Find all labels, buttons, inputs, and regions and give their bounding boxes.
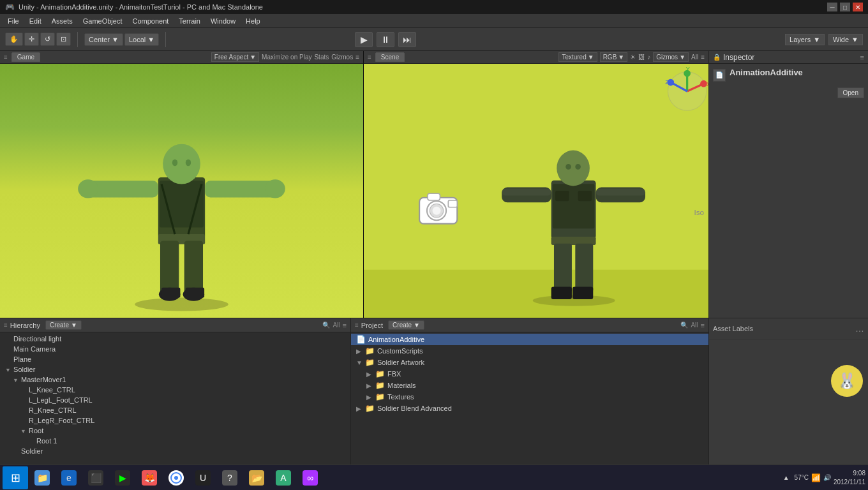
project-item-soldierblend[interactable]: ▶ 📁 Soldier Blend Advanced bbox=[351, 403, 708, 414]
rotate-tool-button[interactable]: ↺ bbox=[40, 33, 55, 46]
game-tab[interactable]: Game bbox=[11, 52, 40, 62]
layout-dropdown[interactable]: Wide ▼ bbox=[828, 34, 863, 45]
tree-item-root1[interactable]: Root 1 bbox=[0, 436, 350, 446]
hand-tool-button[interactable]: ✋ bbox=[5, 33, 23, 46]
minimize-button[interactable]: ─ bbox=[827, 3, 837, 11]
project-item-fbx[interactable]: ▶ 📁 FBX bbox=[351, 368, 708, 380]
folder-arrow-1: ▶ bbox=[356, 348, 363, 355]
tree-item-llegfoot[interactable]: L_LegL_Foot_CTRL bbox=[0, 395, 350, 405]
menu-edit[interactable]: Edit bbox=[24, 16, 47, 26]
move-tool-button[interactable]: ✛ bbox=[24, 33, 39, 46]
sys-arrow-icon[interactable]: ▲ bbox=[783, 474, 789, 481]
maximize-on-play-label[interactable]: Maximize on Play bbox=[262, 54, 311, 61]
hierarchy-menu-icon[interactable]: ≡ bbox=[343, 322, 347, 329]
project-item-soldierartwork[interactable]: ▼ 📁 Soldier Artwork bbox=[351, 357, 708, 368]
svg-point-56 bbox=[174, 476, 178, 480]
pause-button[interactable]: ⏸ bbox=[377, 32, 394, 47]
taskbar-app[interactable]: A bbox=[271, 466, 296, 489]
all-label[interactable]: All bbox=[691, 54, 698, 61]
tree-item-mastermover1[interactable]: ▼ MasterMover1 bbox=[0, 375, 350, 385]
project-create-button[interactable]: Create ▼ bbox=[388, 320, 424, 330]
project-item-customscripts[interactable]: ▶ 📁 CustomScripts bbox=[351, 345, 708, 357]
rgb-dropdown[interactable]: RGB ▼ bbox=[600, 52, 628, 62]
gizmos-dropdown[interactable]: Gizmos ▼ bbox=[653, 52, 689, 62]
taskbar-ie[interactable]: e bbox=[56, 466, 82, 489]
taskbar-firefox[interactable]: 🦊 bbox=[137, 466, 162, 489]
scene-view-svg: X Y Z Iso bbox=[364, 64, 708, 318]
scene-tab[interactable]: Scene bbox=[375, 52, 405, 62]
hierarchy-panel: ≡ Hierarchy Create ▼ 🔍 All ≡ Direct bbox=[0, 318, 351, 464]
tree-item-plane[interactable]: Plane bbox=[0, 354, 350, 364]
tree-item-soldier[interactable]: ▼ Soldier bbox=[0, 364, 350, 375]
local-label: Local bbox=[129, 36, 146, 43]
taskbar-explorer[interactable]: 📁 bbox=[29, 466, 55, 489]
menu-window[interactable]: Window bbox=[206, 16, 241, 26]
tree-item-lknee[interactable]: L_Knee_CTRL bbox=[0, 385, 350, 395]
image-icon[interactable]: 🖼 bbox=[638, 54, 645, 61]
menu-gameobject[interactable]: GameObject bbox=[78, 16, 128, 26]
audio-icon[interactable]: ♪ bbox=[647, 54, 650, 61]
project-item-animationadditive[interactable]: 📄 AnimationAdditive bbox=[351, 334, 708, 345]
project-item-textures[interactable]: ▶ 📁 Textures bbox=[351, 391, 708, 403]
tree-item-rlegfoot[interactable]: R_LegR_Foot_CTRL bbox=[0, 415, 350, 426]
inspector-tab-label: Inspector bbox=[723, 53, 754, 62]
center-dropdown-icon: ▼ bbox=[112, 36, 119, 43]
center-button[interactable]: Center ▼ bbox=[84, 33, 123, 46]
textured-dropdown[interactable]: Textured ▼ bbox=[558, 52, 597, 62]
taskbar-cmd[interactable]: ▶ bbox=[110, 466, 135, 489]
menu-terrain[interactable]: Terrain bbox=[174, 16, 206, 26]
clock-time: 9:08 bbox=[834, 469, 865, 478]
svg-rect-31 bbox=[596, 189, 645, 196]
menu-file[interactable]: File bbox=[3, 16, 24, 26]
layers-dropdown[interactable]: Layers ▼ bbox=[785, 34, 825, 45]
menu-component[interactable]: Component bbox=[127, 16, 174, 26]
taskbar-terminal[interactable]: ⬛ bbox=[83, 466, 108, 489]
start-button[interactable]: ⊞ bbox=[3, 466, 28, 489]
step-button[interactable]: ⏭ bbox=[398, 32, 416, 47]
taskbar-docs[interactable]: ? bbox=[217, 466, 243, 489]
volume-icon[interactable]: 🔊 bbox=[823, 474, 831, 481]
maximize-button[interactable]: □ bbox=[840, 3, 850, 11]
svg-point-16 bbox=[172, 160, 177, 166]
svg-rect-34 bbox=[575, 244, 593, 292]
inspector-content: 📄 AnimationAdditive Open bbox=[709, 64, 868, 318]
inspector-bottom-menu[interactable]: … bbox=[855, 323, 864, 334]
game-panel-menu-icon[interactable]: ≡ bbox=[355, 54, 359, 61]
project-item-materials[interactable]: ▶ 📁 Materials bbox=[351, 380, 708, 391]
local-button[interactable]: Local ▼ bbox=[124, 33, 159, 46]
script-icon-0: 📄 bbox=[356, 335, 366, 344]
taskbar-folder2[interactable]: 📂 bbox=[244, 466, 269, 489]
close-button[interactable]: ✕ bbox=[853, 3, 863, 11]
tree-item-rknee[interactable]: R_Knee_CTRL bbox=[0, 405, 350, 415]
playback-controls: ▶ ⏸ ⏭ bbox=[355, 32, 416, 47]
iso-label-text: Iso bbox=[694, 208, 704, 217]
scene-canvas[interactable]: X Y Z Iso bbox=[364, 64, 708, 318]
hierarchy-create-button[interactable]: Create ▼ bbox=[45, 320, 82, 330]
project-menu-icon[interactable]: ≡ bbox=[701, 322, 705, 329]
folder-icon-6: 📁 bbox=[365, 404, 375, 413]
inspector-menu-icon[interactable]: ≡ bbox=[860, 54, 864, 61]
play-button[interactable]: ▶ bbox=[355, 32, 373, 47]
tree-item-soldier2[interactable]: Soldier bbox=[0, 446, 350, 456]
taskbar-infinity[interactable]: ∞ bbox=[297, 466, 323, 489]
taskbar-unity[interactable]: U bbox=[190, 466, 216, 489]
taskbar-chrome[interactable] bbox=[163, 466, 189, 489]
open-button[interactable]: Open bbox=[837, 87, 864, 98]
menu-assets[interactable]: Assets bbox=[47, 16, 78, 26]
scale-tool-button[interactable]: ⊡ bbox=[56, 33, 71, 46]
tool-group: ✋ ✛ ↺ ⊡ bbox=[5, 33, 71, 46]
unity-icon: 🎮 bbox=[5, 3, 15, 11]
sun-icon[interactable]: ☀ bbox=[630, 54, 636, 61]
gizmos-label[interactable]: Gizmos bbox=[331, 54, 353, 61]
scene-panel-menu-icon[interactable]: ≡ bbox=[701, 54, 705, 61]
svg-rect-44 bbox=[448, 200, 457, 207]
taskbar-clock: 9:08 2012/11/11 bbox=[834, 469, 865, 487]
aspect-dropdown[interactable]: Free Aspect ▼ bbox=[211, 52, 259, 62]
menu-help[interactable]: Help bbox=[241, 16, 266, 26]
inspector-lock-icon[interactable]: 🔒 bbox=[713, 54, 721, 61]
stats-label[interactable]: Stats bbox=[314, 54, 329, 61]
tree-item-root[interactable]: ▼ Root bbox=[0, 426, 350, 436]
tree-item-main-camera[interactable]: Main Camera bbox=[0, 344, 350, 354]
inspector-bottom-panel: Asset Labels … 🐰 bbox=[708, 318, 868, 464]
tree-item-directional-light[interactable]: Directional light bbox=[0, 334, 350, 344]
